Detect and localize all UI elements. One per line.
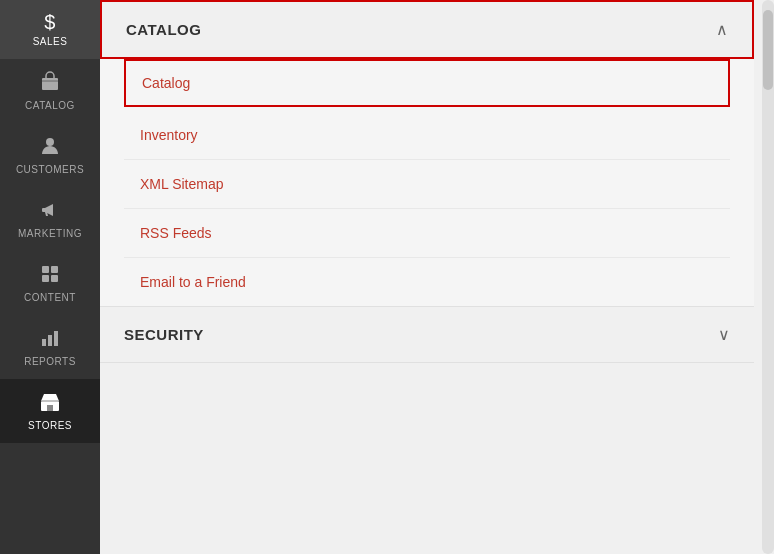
sidebar-label-customers: CUSTOMERS [16,164,84,175]
sidebar-item-sales[interactable]: $ SALES [0,0,100,59]
megaphone-icon [39,199,61,224]
main-content: CATALOG ∧ Catalog Inventory XML Sitemap [100,0,774,554]
chart-icon [39,327,61,352]
svg-rect-3 [42,266,49,273]
sidebar-item-stores[interactable]: STORES [0,379,100,443]
security-chevron-icon: ∨ [718,325,730,344]
svg-point-2 [46,138,54,146]
sidebar-label-reports: REPORTS [24,356,76,367]
svg-rect-4 [51,266,58,273]
dollar-icon: $ [44,12,56,32]
security-section-title: SECURITY [124,326,204,343]
svg-rect-6 [51,275,58,282]
security-accordion-section: SECURITY ∨ [100,307,754,363]
svg-rect-8 [48,335,52,346]
sidebar-item-content[interactable]: CONTENT [0,251,100,315]
catalog-accordion-body: Catalog Inventory XML Sitemap RSS Feeds … [100,59,754,306]
sidebar-label-catalog: CATALOG [25,100,75,111]
sidebar-label-stores: STORES [28,420,72,431]
panel-inner: CATALOG ∧ Catalog Inventory XML Sitemap [100,0,754,554]
catalog-chevron-icon: ∧ [716,20,728,39]
catalog-accordion-header[interactable]: CATALOG ∧ [100,0,754,59]
svg-rect-12 [47,405,53,411]
svg-rect-5 [42,275,49,282]
sidebar-label-sales: SALES [33,36,68,47]
sidebar-item-marketing[interactable]: MARKETING [0,187,100,251]
box-icon [39,71,61,96]
sidebar: $ SALES CATALOG CUSTOMERS MARKE [0,0,100,554]
panel-wrapper: CATALOG ∧ Catalog Inventory XML Sitemap [100,0,774,554]
catalog-accordion-section: CATALOG ∧ Catalog Inventory XML Sitemap [100,0,754,307]
security-accordion-header[interactable]: SECURITY ∨ [100,307,754,362]
catalog-section-title: CATALOG [126,21,201,38]
person-icon [39,135,61,160]
catalog-menu-item-xml-sitemap[interactable]: XML Sitemap [124,160,730,209]
svg-rect-9 [54,331,58,346]
catalog-menu-item-rss-feeds[interactable]: RSS Feeds [124,209,730,258]
catalog-menu-item-inventory[interactable]: Inventory [124,111,730,160]
svg-rect-0 [42,78,58,90]
catalog-menu-item-email-friend[interactable]: Email to a Friend [124,258,730,306]
content-icon [39,263,61,288]
scrollbar-track[interactable] [762,0,774,554]
sidebar-item-reports[interactable]: REPORTS [0,315,100,379]
sidebar-label-content: CONTENT [24,292,76,303]
sidebar-item-customers[interactable]: CUSTOMERS [0,123,100,187]
sidebar-item-catalog[interactable]: CATALOG [0,59,100,123]
scrollbar-thumb [763,10,773,90]
svg-rect-7 [42,339,46,346]
sidebar-label-marketing: MARKETING [18,228,82,239]
store-icon [39,391,61,416]
catalog-menu-item-catalog[interactable]: Catalog [124,59,730,107]
